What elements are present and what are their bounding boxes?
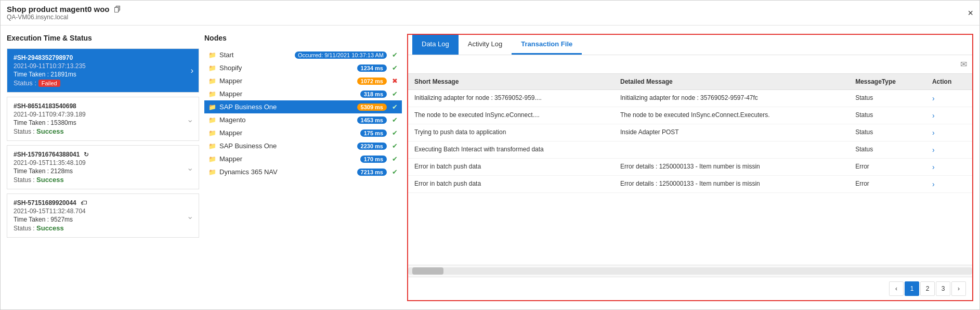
chevron-down-icon-4: ⌄ [187,211,193,221]
page-button-1[interactable]: 1 [905,281,919,296]
table-row: Initializing adapter for node : 35769052… [408,90,972,107]
node-badge-magento: 1453 ms [357,117,387,124]
node-shopify[interactable]: 📁 Shopify 1234 ms ✔ [204,61,402,74]
col-detailed-message: Detailed Message [614,74,849,90]
status-badge-success-3: Success [36,176,64,184]
node-badge-shopify: 1234 ms [357,64,387,72]
status-badge-success-4: Success [36,224,64,232]
exec-status-1: Status : Failed [14,79,192,87]
left-panel-title: Execution Time & Status [7,34,199,42]
search-input[interactable] [413,60,960,68]
exec-taken-2: Time Taken : 15380ms [14,119,192,126]
horizontal-scrollbar[interactable] [408,267,972,275]
action-4[interactable]: › [926,141,972,159]
node-mapper-3[interactable]: 📁 Mapper 175 ms ✔ [204,126,402,139]
folder-icon-mapper-2: 📁 [208,91,216,98]
folder-icon-sap-2: 📁 [208,143,216,150]
main-content: Execution Time & Status #SH-294835279897… [1,25,979,309]
check-icon-mapper-3: ✔ [392,129,398,137]
execution-item-2[interactable]: #SH-86514183540698 2021-09-11T09:47:39.1… [7,97,199,141]
node-label-shopify: Shopify [219,64,354,72]
exec-taken-4: Time Taken : 9527ms [14,216,192,223]
node-sap-2[interactable]: 📁 SAP Business One 2230 ms ✔ [204,139,402,152]
execution-item-3[interactable]: #SH-157916764388041 ↻ 2021-09-15T11:35:4… [7,145,199,189]
scrollbar-row [408,265,972,277]
action-3[interactable]: › [926,124,972,141]
tab-transaction-file[interactable]: Transaction File [512,35,582,55]
action-chevron-1[interactable]: › [932,94,935,102]
folder-icon-shopify: 📁 [208,64,216,72]
window-title: Shop product magent0 woo [7,5,110,14]
pagination: ‹ 1 2 3 › [408,277,972,300]
type-6: Error [849,176,926,193]
exec-timestamp-2: 2021-09-11T09:47:39.189 [14,111,192,118]
short-msg-6: Error in batch push data [408,176,614,193]
detailed-msg-3: Inside Adapter POST [614,124,849,141]
type-3: Status [849,124,926,141]
node-mapper-4[interactable]: 📁 Mapper 170 ms ✔ [204,152,402,165]
chevron-down-icon-2: ⌄ [187,114,193,124]
detailed-msg-6: Error details : 1250000133 - Item number… [614,176,849,193]
node-start[interactable]: 📁 Start Occurred: 9/11/2021 10:37:13 AM … [204,48,402,61]
exec-timestamp-3: 2021-09-15T11:35:48.109 [14,159,192,166]
folder-icon-magento: 📁 [208,117,216,124]
scroll-thumb[interactable] [412,267,443,275]
page-button-3[interactable]: 3 [936,281,950,296]
node-sap-1[interactable]: 📁 SAP Business One 5309 ms ✔ [204,100,402,113]
chevron-down-icon-3: ⌄ [187,162,193,172]
title-bar-left: Shop product magent0 woo 🗍 QA-VM06.insyn… [7,5,121,21]
main-window: Shop product magent0 woo 🗍 QA-VM06.insyn… [0,0,980,310]
prev-page-button[interactable]: ‹ [889,281,904,296]
folder-icon-start: 📁 [208,51,216,59]
exec-status-4: Status : Success [14,224,192,232]
action-6[interactable]: › [926,176,972,193]
action-chevron-3[interactable]: › [932,128,935,137]
action-chevron-6[interactable]: › [932,180,935,188]
check-icon-sap-1: ✔ [392,103,398,111]
type-5: Error [849,159,926,176]
page-button-2[interactable]: 2 [920,281,935,296]
action-5[interactable]: › [926,159,972,176]
exec-timestamp-4: 2021-09-15T11:32:48.704 [14,208,192,215]
execution-item-4[interactable]: #SH-57151689920044 🏷 2021-09-15T11:32:48… [7,193,199,238]
table-row: The node to be executed InSync.eConnect.… [408,107,972,124]
node-magento[interactable]: 📁 Magento 1453 ms ✔ [204,113,402,126]
execution-item-1[interactable]: #SH-2948352798970 2021-09-11T10:37:13.23… [7,48,199,93]
copy-icon[interactable]: 🗍 [114,5,121,14]
detailed-msg-4 [614,141,849,159]
node-label-mapper-3: Mapper [219,129,357,137]
folder-icon-mapper-1: 📁 [208,78,216,85]
action-chevron-5[interactable]: › [932,163,935,171]
node-label-mapper-2: Mapper [219,90,357,98]
chevron-right-icon: › [191,66,193,75]
type-4: Status [849,141,926,159]
exec-id-3: #SH-157916764388041 [14,151,80,158]
tab-data-log[interactable]: Data Log [412,35,459,55]
action-chevron-4[interactable]: › [932,146,935,154]
log-table: Short Message Detailed Message MessageTy… [408,74,972,193]
status-badge-failed: Failed [38,80,60,87]
folder-icon-dynamics: 📁 [208,169,216,176]
action-1[interactable]: › [926,90,972,107]
tag-icon: 🏷 [81,199,87,206]
table-row: Trying to push data to application Insid… [408,124,972,141]
node-label-magento: Magento [219,116,354,124]
node-mapper-2[interactable]: 📁 Mapper 318 ms ✔ [204,87,402,100]
exec-id-4: #SH-57151689920044 [14,199,76,206]
action-chevron-2[interactable]: › [932,111,935,120]
check-icon-shopify: ✔ [392,64,398,72]
title-bar: Shop product magent0 woo 🗍 QA-VM06.insyn… [1,1,979,25]
close-button[interactable]: × [968,8,973,18]
exec-taken-3: Time Taken : 2128ms [14,167,192,175]
next-page-button[interactable]: › [951,281,966,296]
type-1: Status [849,90,926,107]
action-2[interactable]: › [926,107,972,124]
check-icon-mapper-4: ✔ [392,155,398,163]
data-table: Short Message Detailed Message MessageTy… [408,74,972,265]
node-mapper-1[interactable]: 📁 Mapper 1072 ms ✖ [204,74,402,87]
tab-activity-log[interactable]: Activity Log [459,35,512,55]
node-dynamics[interactable]: 📁 Dynamics 365 NAV 7213 ms ✔ [204,165,402,178]
filter-icon[interactable]: ✉ [960,59,967,69]
check-icon-mapper-2: ✔ [392,90,398,98]
short-msg-2: The node to be executed InSync.eConnect.… [408,107,614,124]
